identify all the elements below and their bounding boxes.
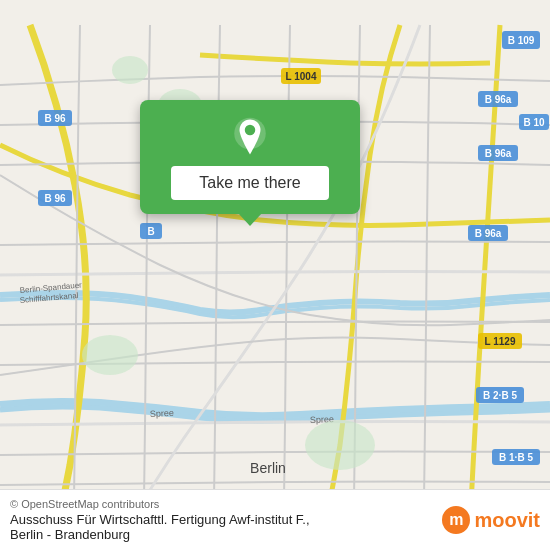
svg-point-30	[82, 335, 138, 375]
svg-text:B 1·B 5: B 1·B 5	[499, 452, 533, 463]
svg-text:B 109: B 109	[508, 35, 535, 46]
svg-text:Spree: Spree	[150, 408, 175, 419]
svg-text:L 1004: L 1004	[286, 71, 317, 82]
svg-text:B 96: B 96	[44, 193, 66, 204]
svg-point-34	[245, 125, 256, 136]
osm-credit: © OpenStreetMap contributors	[10, 498, 310, 510]
svg-text:B: B	[147, 226, 154, 237]
info-bar-left: © OpenStreetMap contributors Ausschuss F…	[10, 498, 310, 542]
moovit-logo: m moovit	[442, 506, 540, 534]
map-popup: Take me there	[140, 100, 360, 214]
take-me-there-button[interactable]: Take me there	[171, 166, 328, 200]
location-pin-icon	[229, 116, 271, 158]
svg-text:Berlin: Berlin	[250, 460, 286, 476]
location-name: Ausschuss Für Wirtschafttl. Fertigung Aw…	[10, 512, 310, 527]
map-container: Berlin-Spandauer Schifffahrtskanal Spree…	[0, 0, 550, 550]
svg-point-29	[305, 420, 375, 470]
svg-text:L 1129: L 1129	[485, 336, 516, 347]
moovit-dot-icon: m	[442, 506, 470, 534]
svg-text:B 2·B 5: B 2·B 5	[483, 390, 517, 401]
svg-text:B 96a: B 96a	[475, 228, 502, 239]
svg-text:B 96a: B 96a	[485, 148, 512, 159]
svg-text:B 10: B 10	[523, 117, 545, 128]
moovit-label: moovit	[474, 509, 540, 532]
svg-text:B 96a: B 96a	[485, 94, 512, 105]
location-sub: Berlin - Brandenburg	[10, 527, 310, 542]
info-bar: © OpenStreetMap contributors Ausschuss F…	[0, 489, 550, 550]
svg-point-32	[112, 56, 148, 84]
svg-text:B 96: B 96	[44, 113, 66, 124]
map-svg: Berlin-Spandauer Schifffahrtskanal Spree…	[0, 0, 550, 550]
